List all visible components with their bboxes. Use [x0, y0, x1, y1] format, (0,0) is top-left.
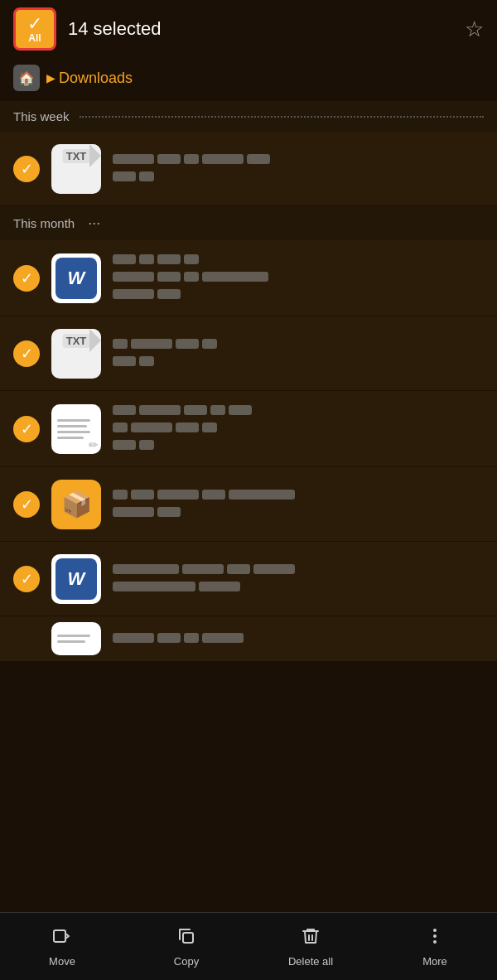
blur-5 [247, 154, 270, 164]
blur-f3 [184, 633, 199, 643]
blur-3 [184, 154, 199, 164]
file-meta-row-2 [113, 269, 484, 284]
file-item-1[interactable]: ✓ TXT [0, 132, 497, 206]
blur-e6 [199, 582, 240, 591]
blur-d5 [229, 490, 295, 500]
check-icon: ✓ [27, 15, 42, 33]
file-item-6[interactable]: ✓ W [0, 542, 497, 616]
doc-line-1 [57, 419, 90, 422]
file-name-row-4 [113, 403, 484, 418]
file-icon-whitedoc-4: ✏ [51, 404, 101, 454]
archive-icon: 📦 [61, 490, 92, 519]
blur-c4 [210, 405, 225, 415]
blur-f2 [157, 633, 181, 643]
file-meta-row-6 [113, 579, 484, 594]
file-item-2[interactable]: ✓ W [0, 240, 497, 316]
section-more-icon[interactable]: ··· [88, 215, 100, 232]
blur-b2 [131, 339, 172, 349]
blur-a2 [139, 254, 154, 264]
more-label: More [422, 955, 447, 968]
txt-label: TXT [63, 149, 90, 163]
word-icon-2: W [55, 258, 97, 299]
file-details-5 [113, 487, 484, 522]
file-item-7[interactable] [0, 616, 497, 662]
file-details-7 [113, 630, 484, 648]
checkbox-5[interactable]: ✓ [13, 491, 40, 518]
blur-f1 [113, 633, 154, 643]
blur-2 [157, 154, 181, 164]
file-name-row-6 [113, 562, 484, 577]
word-icon-6: W [55, 558, 97, 600]
blur-c5 [229, 405, 252, 415]
blur-c7 [131, 422, 172, 432]
file-name-row-7 [113, 630, 484, 645]
more-button[interactable]: More [373, 913, 497, 980]
blur-4 [202, 154, 244, 164]
all-select-button[interactable]: ✓ All [13, 7, 56, 51]
svg-point-4 [433, 929, 437, 932]
file-icon-whitedoc-7 [51, 622, 101, 655]
svg-rect-0 [54, 930, 65, 942]
blur-d7 [157, 507, 181, 517]
checkbox-6[interactable]: ✓ [13, 566, 40, 592]
checkbox-3[interactable]: ✓ [13, 340, 40, 367]
delete-button[interactable]: Delete all [248, 913, 373, 980]
blur-7 [139, 171, 154, 181]
blur-6 [113, 171, 136, 181]
file-item-5[interactable]: ✓ 📦 [0, 467, 497, 542]
txt-label-3: TXT [63, 334, 90, 348]
favorite-icon[interactable]: ☆ [465, 17, 484, 42]
blur-a10 [157, 289, 181, 299]
more-icon [425, 926, 445, 951]
file-meta-row-3 [113, 354, 484, 369]
file-details-2 [113, 252, 484, 304]
blur-a6 [157, 272, 181, 282]
doc-line-7-2 [57, 640, 85, 643]
file-meta-row-5 [113, 504, 484, 519]
blur-b3 [176, 339, 199, 349]
checkbox-4[interactable]: ✓ [13, 416, 40, 442]
copy-button[interactable]: Copy [124, 913, 248, 980]
move-icon [52, 926, 72, 951]
blur-d6 [113, 507, 154, 517]
all-label: All [28, 33, 41, 43]
file-details-3 [113, 336, 484, 371]
blur-a7 [184, 272, 199, 282]
blur-1 [113, 154, 154, 164]
section-this-week: This week [0, 101, 497, 132]
file-extra-row-4 [113, 437, 484, 452]
blur-a3 [157, 254, 181, 264]
breadcrumb-downloads[interactable]: Downloads [59, 70, 133, 87]
blur-e4 [253, 564, 295, 574]
checkbox-1[interactable]: ✓ [13, 156, 40, 182]
breadcrumb-arrow: ▶ [46, 71, 55, 84]
blur-b1 [113, 339, 128, 349]
svg-point-6 [433, 940, 437, 944]
file-icon-txt-1: TXT [51, 144, 101, 194]
blur-b4 [202, 339, 217, 349]
blur-c8 [176, 422, 199, 432]
blur-c11 [139, 440, 154, 450]
home-icon[interactable]: 🏠 [13, 65, 40, 91]
file-item-4[interactable]: ✓ ✏ [0, 391, 497, 467]
delete-label: Delete all [288, 955, 333, 968]
file-item-3[interactable]: ✓ TXT [0, 316, 497, 391]
blur-e3 [227, 564, 250, 574]
blur-a5 [113, 272, 154, 282]
move-button[interactable]: Move [0, 913, 124, 980]
copy-label: Copy [174, 955, 199, 968]
breadcrumb: 🏠 ▶ Downloads [0, 58, 497, 101]
blur-c9 [202, 422, 217, 432]
section-title-this-week: This week [13, 109, 70, 123]
blur-e5 [113, 582, 195, 591]
file-icon-docx-2: W [51, 253, 101, 303]
blur-a1 [113, 254, 136, 264]
doc-line-2 [57, 425, 87, 427]
file-icon-archive-5: 📦 [51, 480, 101, 529]
selected-count: 14 selected [68, 18, 465, 40]
blur-f4 [202, 633, 244, 643]
file-name-row-5 [113, 487, 484, 502]
blur-d4 [202, 490, 225, 500]
file-name-row-3 [113, 336, 484, 351]
checkbox-2[interactable]: ✓ [13, 265, 40, 292]
